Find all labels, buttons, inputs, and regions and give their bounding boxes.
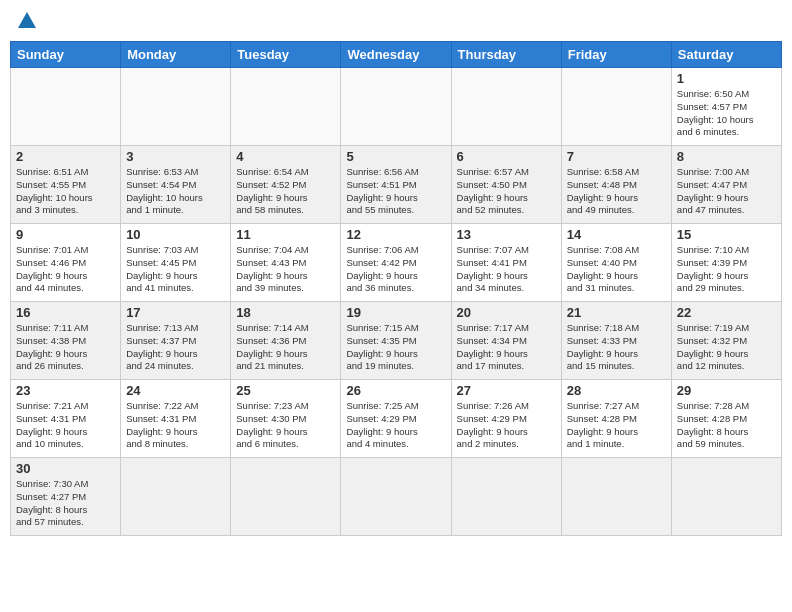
day-number: 6 [457, 149, 556, 164]
day-number: 27 [457, 383, 556, 398]
day-cell: 1Sunrise: 6:50 AM Sunset: 4:57 PM Daylig… [671, 68, 781, 146]
day-number: 25 [236, 383, 335, 398]
day-cell: 24Sunrise: 7:22 AM Sunset: 4:31 PM Dayli… [121, 380, 231, 458]
day-cell [121, 458, 231, 536]
day-cell [121, 68, 231, 146]
day-number: 5 [346, 149, 445, 164]
day-info: Sunrise: 7:13 AM Sunset: 4:37 PM Dayligh… [126, 322, 225, 373]
day-number: 24 [126, 383, 225, 398]
week-row-0: 1Sunrise: 6:50 AM Sunset: 4:57 PM Daylig… [11, 68, 782, 146]
day-info: Sunrise: 6:57 AM Sunset: 4:50 PM Dayligh… [457, 166, 556, 217]
day-cell [11, 68, 121, 146]
day-info: Sunrise: 7:00 AM Sunset: 4:47 PM Dayligh… [677, 166, 776, 217]
day-number: 21 [567, 305, 666, 320]
day-cell [451, 458, 561, 536]
day-cell [561, 68, 671, 146]
day-number: 2 [16, 149, 115, 164]
calendar-table: SundayMondayTuesdayWednesdayThursdayFrid… [10, 41, 782, 536]
day-cell: 9Sunrise: 7:01 AM Sunset: 4:46 PM Daylig… [11, 224, 121, 302]
day-number: 1 [677, 71, 776, 86]
day-cell: 7Sunrise: 6:58 AM Sunset: 4:48 PM Daylig… [561, 146, 671, 224]
day-number: 29 [677, 383, 776, 398]
day-number: 10 [126, 227, 225, 242]
day-cell: 30Sunrise: 7:30 AM Sunset: 4:27 PM Dayli… [11, 458, 121, 536]
day-info: Sunrise: 7:21 AM Sunset: 4:31 PM Dayligh… [16, 400, 115, 451]
day-cell: 16Sunrise: 7:11 AM Sunset: 4:38 PM Dayli… [11, 302, 121, 380]
day-number: 8 [677, 149, 776, 164]
day-number: 7 [567, 149, 666, 164]
day-info: Sunrise: 7:15 AM Sunset: 4:35 PM Dayligh… [346, 322, 445, 373]
day-number: 19 [346, 305, 445, 320]
day-number: 30 [16, 461, 115, 476]
day-cell [231, 458, 341, 536]
day-info: Sunrise: 7:18 AM Sunset: 4:33 PM Dayligh… [567, 322, 666, 373]
day-cell: 4Sunrise: 6:54 AM Sunset: 4:52 PM Daylig… [231, 146, 341, 224]
day-cell: 27Sunrise: 7:26 AM Sunset: 4:29 PM Dayli… [451, 380, 561, 458]
day-info: Sunrise: 7:04 AM Sunset: 4:43 PM Dayligh… [236, 244, 335, 295]
day-number: 28 [567, 383, 666, 398]
day-number: 17 [126, 305, 225, 320]
day-info: Sunrise: 7:14 AM Sunset: 4:36 PM Dayligh… [236, 322, 335, 373]
day-cell [561, 458, 671, 536]
day-number: 3 [126, 149, 225, 164]
day-number: 26 [346, 383, 445, 398]
page: SundayMondayTuesdayWednesdayThursdayFrid… [0, 0, 792, 612]
day-cell: 11Sunrise: 7:04 AM Sunset: 4:43 PM Dayli… [231, 224, 341, 302]
day-number: 18 [236, 305, 335, 320]
day-cell: 28Sunrise: 7:27 AM Sunset: 4:28 PM Dayli… [561, 380, 671, 458]
header [10, 10, 782, 33]
day-info: Sunrise: 7:30 AM Sunset: 4:27 PM Dayligh… [16, 478, 115, 529]
day-info: Sunrise: 7:23 AM Sunset: 4:30 PM Dayligh… [236, 400, 335, 451]
day-number: 9 [16, 227, 115, 242]
day-number: 14 [567, 227, 666, 242]
day-number: 22 [677, 305, 776, 320]
week-row-4: 23Sunrise: 7:21 AM Sunset: 4:31 PM Dayli… [11, 380, 782, 458]
day-info: Sunrise: 7:03 AM Sunset: 4:45 PM Dayligh… [126, 244, 225, 295]
day-cell: 29Sunrise: 7:28 AM Sunset: 4:28 PM Dayli… [671, 380, 781, 458]
svg-marker-0 [18, 12, 36, 28]
day-info: Sunrise: 7:28 AM Sunset: 4:28 PM Dayligh… [677, 400, 776, 451]
day-cell: 22Sunrise: 7:19 AM Sunset: 4:32 PM Dayli… [671, 302, 781, 380]
day-info: Sunrise: 7:08 AM Sunset: 4:40 PM Dayligh… [567, 244, 666, 295]
day-cell: 17Sunrise: 7:13 AM Sunset: 4:37 PM Dayli… [121, 302, 231, 380]
weekday-header-thursday: Thursday [451, 42, 561, 68]
weekday-header-tuesday: Tuesday [231, 42, 341, 68]
day-cell: 15Sunrise: 7:10 AM Sunset: 4:39 PM Dayli… [671, 224, 781, 302]
day-info: Sunrise: 6:56 AM Sunset: 4:51 PM Dayligh… [346, 166, 445, 217]
day-info: Sunrise: 7:26 AM Sunset: 4:29 PM Dayligh… [457, 400, 556, 451]
day-info: Sunrise: 6:51 AM Sunset: 4:55 PM Dayligh… [16, 166, 115, 217]
weekday-header-saturday: Saturday [671, 42, 781, 68]
day-info: Sunrise: 7:11 AM Sunset: 4:38 PM Dayligh… [16, 322, 115, 373]
day-info: Sunrise: 7:06 AM Sunset: 4:42 PM Dayligh… [346, 244, 445, 295]
weekday-header-wednesday: Wednesday [341, 42, 451, 68]
day-cell: 23Sunrise: 7:21 AM Sunset: 4:31 PM Dayli… [11, 380, 121, 458]
day-cell: 14Sunrise: 7:08 AM Sunset: 4:40 PM Dayli… [561, 224, 671, 302]
day-cell [671, 458, 781, 536]
day-cell [341, 68, 451, 146]
day-info: Sunrise: 7:07 AM Sunset: 4:41 PM Dayligh… [457, 244, 556, 295]
logo-icon [14, 10, 37, 33]
weekday-header-row: SundayMondayTuesdayWednesdayThursdayFrid… [11, 42, 782, 68]
day-cell: 21Sunrise: 7:18 AM Sunset: 4:33 PM Dayli… [561, 302, 671, 380]
week-row-1: 2Sunrise: 6:51 AM Sunset: 4:55 PM Daylig… [11, 146, 782, 224]
day-cell: 8Sunrise: 7:00 AM Sunset: 4:47 PM Daylig… [671, 146, 781, 224]
day-number: 16 [16, 305, 115, 320]
day-cell: 6Sunrise: 6:57 AM Sunset: 4:50 PM Daylig… [451, 146, 561, 224]
day-cell: 18Sunrise: 7:14 AM Sunset: 4:36 PM Dayli… [231, 302, 341, 380]
week-row-2: 9Sunrise: 7:01 AM Sunset: 4:46 PM Daylig… [11, 224, 782, 302]
day-info: Sunrise: 6:58 AM Sunset: 4:48 PM Dayligh… [567, 166, 666, 217]
weekday-header-friday: Friday [561, 42, 671, 68]
week-row-3: 16Sunrise: 7:11 AM Sunset: 4:38 PM Dayli… [11, 302, 782, 380]
day-info: Sunrise: 6:54 AM Sunset: 4:52 PM Dayligh… [236, 166, 335, 217]
day-cell [341, 458, 451, 536]
day-cell: 25Sunrise: 7:23 AM Sunset: 4:30 PM Dayli… [231, 380, 341, 458]
day-number: 11 [236, 227, 335, 242]
day-cell [451, 68, 561, 146]
day-cell: 5Sunrise: 6:56 AM Sunset: 4:51 PM Daylig… [341, 146, 451, 224]
day-number: 15 [677, 227, 776, 242]
day-cell: 3Sunrise: 6:53 AM Sunset: 4:54 PM Daylig… [121, 146, 231, 224]
day-info: Sunrise: 7:25 AM Sunset: 4:29 PM Dayligh… [346, 400, 445, 451]
day-cell: 20Sunrise: 7:17 AM Sunset: 4:34 PM Dayli… [451, 302, 561, 380]
day-cell: 13Sunrise: 7:07 AM Sunset: 4:41 PM Dayli… [451, 224, 561, 302]
logo [14, 10, 37, 33]
